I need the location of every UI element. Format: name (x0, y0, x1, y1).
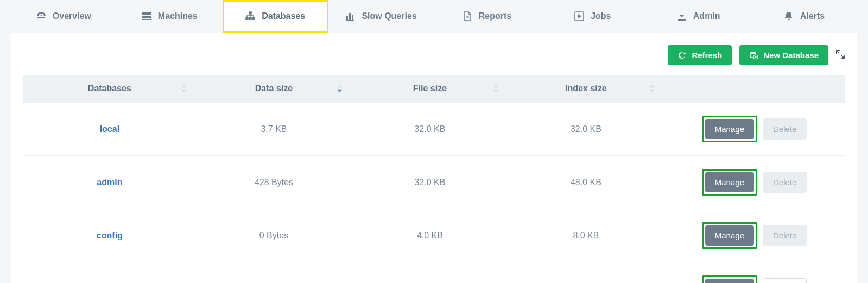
tab-label: Databases (262, 11, 305, 21)
new-database-button[interactable]: New Database (739, 45, 828, 65)
tab-slow-queries[interactable]: Slow Queries (328, 0, 434, 33)
sort-icon (493, 85, 498, 93)
index-size-cell: 8.0 KB (508, 209, 664, 262)
refresh-icon (677, 51, 686, 60)
expand-button[interactable] (836, 50, 845, 60)
col-index-size[interactable]: Index size (508, 75, 664, 103)
delete-button: Delete (763, 225, 807, 246)
file-size-cell: 32.0 KB (352, 156, 508, 209)
sitemap-icon (245, 11, 255, 21)
data-size-cell: 428 Bytes (196, 156, 352, 209)
play-icon (574, 11, 584, 21)
databases-table: Databases Data size File size (23, 75, 845, 283)
file-size-cell: 4.0 KB (352, 262, 508, 284)
new-database-label: New Database (763, 51, 819, 60)
refresh-button[interactable]: Refresh (668, 45, 732, 65)
table-row: local3.7 KB32.0 KB32.0 KBManageDelete (23, 103, 845, 156)
table-row: test0 Bytes4.0 KB4.0 KBManageDelete (23, 262, 845, 284)
db-name-link[interactable]: local (23, 103, 196, 156)
server-icon (142, 11, 151, 21)
delete-button: Delete (763, 118, 807, 140)
col-actions (664, 75, 845, 103)
data-size-cell: 3.7 KB (196, 103, 352, 156)
tab-alerts[interactable]: Alerts (751, 0, 857, 33)
index-size-cell: 32.0 KB (508, 103, 664, 156)
databases-panel: Refresh New Database Databases Data (11, 33, 857, 283)
file-size-cell: 32.0 KB (352, 103, 508, 156)
bar-chart-icon (345, 11, 355, 21)
tab-label: Alerts (800, 11, 825, 21)
tab-reports[interactable]: Reports (434, 0, 540, 33)
index-size-cell: 4.0 KB (508, 262, 664, 284)
file-size-cell: 4.0 KB (352, 209, 508, 262)
tab-label: Machines (158, 11, 198, 21)
file-icon (462, 11, 472, 21)
bell-icon (784, 11, 794, 21)
tab-overview[interactable]: Overview (11, 0, 117, 33)
nav-tabs: OverviewMachinesDatabasesSlow QueriesRep… (0, 0, 868, 33)
dashboard-icon (36, 11, 46, 21)
manage-button[interactable]: Manage (705, 119, 754, 139)
tab-label: Reports (479, 11, 511, 21)
delete-button: Delete (763, 172, 807, 193)
tab-label: Admin (693, 11, 720, 21)
tab-label: Overview (53, 11, 91, 21)
manage-highlight: Manage (702, 222, 757, 249)
refresh-label: Refresh (692, 51, 722, 60)
tab-label: Slow Queries (362, 11, 416, 21)
db-name-link[interactable]: test (23, 262, 196, 284)
data-size-cell: 0 Bytes (196, 209, 352, 262)
manage-highlight: Manage (702, 116, 757, 142)
manage-button[interactable]: Manage (705, 279, 754, 283)
sort-icon (649, 85, 654, 93)
table-row: admin428 Bytes32.0 KB48.0 KBManageDelete (23, 156, 845, 209)
toolbar: Refresh New Database (11, 33, 857, 75)
data-size-cell: 0 Bytes (196, 262, 352, 284)
col-databases[interactable]: Databases (23, 75, 196, 103)
manage-highlight: Manage (702, 275, 757, 283)
tab-machines[interactable]: Machines (117, 0, 223, 33)
db-name-link[interactable]: admin (23, 156, 196, 209)
col-data-size[interactable]: Data size (196, 75, 352, 103)
tab-admin[interactable]: Admin (645, 0, 751, 33)
expand-icon (836, 50, 845, 59)
db-name-link[interactable]: config (23, 209, 196, 262)
download-icon (677, 11, 687, 21)
database-add-icon (749, 51, 758, 60)
sort-desc-icon (337, 85, 342, 93)
delete-button[interactable]: Delete (763, 278, 807, 283)
tab-jobs[interactable]: Jobs (540, 0, 645, 33)
manage-highlight: Manage (702, 169, 757, 196)
col-file-size[interactable]: File size (352, 75, 508, 103)
manage-button[interactable]: Manage (705, 172, 754, 192)
tab-databases[interactable]: Databases (223, 0, 328, 33)
index-size-cell: 48.0 KB (508, 156, 664, 209)
table-row: config0 Bytes4.0 KB8.0 KBManageDelete (23, 209, 845, 262)
sort-icon (181, 85, 186, 93)
manage-button[interactable]: Manage (705, 225, 754, 246)
tab-label: Jobs (591, 11, 611, 21)
